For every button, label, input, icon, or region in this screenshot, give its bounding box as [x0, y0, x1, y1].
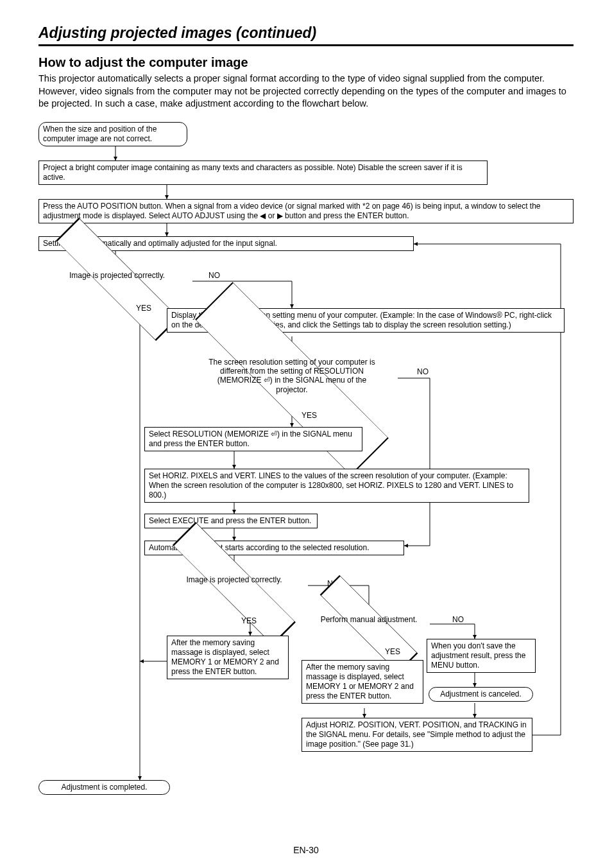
decision-manual-adjust: Perform manual adjustment.: [311, 609, 427, 639]
label-yes-3: YES: [241, 616, 257, 625]
label-yes-1: YES: [136, 304, 151, 313]
label-yes-4: YES: [385, 647, 400, 656]
node-start: When the size and position of the comput…: [38, 122, 187, 146]
label-no-4: NO: [452, 615, 464, 624]
node-set-pixels: Set HORIZ. PIXELS and VERT. LINES to the…: [144, 469, 529, 503]
node-memory-save-2: After the memory saving massage is displ…: [302, 660, 423, 704]
section-header: Adjusting projected images (continued): [38, 24, 574, 46]
node-select-resolution: Select RESOLUTION (MEMORIZE ⏎) in the SI…: [144, 427, 362, 451]
node-adjust-position: Adjust HORIZ. POSITION, VERT. POSITION, …: [302, 718, 532, 752]
node-auto-position: Press the AUTO POSITION button. When a s…: [38, 199, 574, 223]
label-yes-2: YES: [302, 411, 317, 420]
node-project-bright: Project a bright computer image containi…: [38, 161, 488, 185]
decision-image-correct-1: Image is projected correctly.: [51, 262, 183, 297]
intro-paragraph: This projector automatically selects a p…: [38, 73, 574, 110]
node-canceled: Adjustment is canceled.: [429, 687, 533, 702]
decision-resolution-differs: The screen resolution setting of your co…: [180, 350, 404, 408]
decision-image-correct-2: Image is projected correctly.: [167, 566, 302, 602]
node-completed: Adjustment is completed.: [38, 780, 170, 795]
page-number: EN-30: [0, 845, 612, 855]
flowchart-canvas: When the size and position of the comput…: [38, 122, 574, 803]
node-no-save: When you don't save the adjustment resul…: [427, 639, 536, 673]
node-memory-save-1: After the memory saving massage is displ…: [167, 636, 289, 679]
label-no-1: NO: [208, 271, 220, 280]
section-title: How to adjust the computer image: [38, 55, 574, 70]
label-no-2: NO: [417, 367, 429, 376]
node-execute: Select EXECUTE and press the ENTER butto…: [144, 514, 318, 528]
